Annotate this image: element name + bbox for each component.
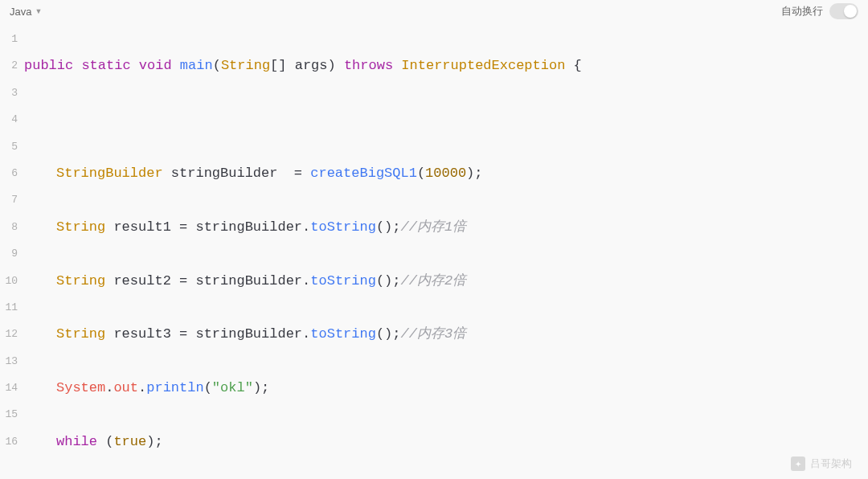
line-number: 4 — [0, 106, 18, 133]
line-number: 1 — [0, 26, 18, 52]
language-label: Java — [10, 6, 31, 18]
line-number: 16 — [0, 428, 18, 455]
line-number: 14 — [0, 375, 18, 401]
wrap-toggle[interactable] — [829, 3, 858, 19]
line-number: 15 — [0, 401, 18, 428]
code-line: StringBuilder stringBuilder = createBigS… — [24, 160, 868, 186]
wrap-label: 自动换行 — [781, 4, 823, 18]
watermark: ✦ 吕哥架构 — [791, 456, 852, 471]
code-line — [24, 106, 868, 133]
code-content[interactable]: public static void main(String[] args) t… — [24, 26, 868, 479]
line-number: 3 — [0, 80, 18, 106]
code-line: String result3 = stringBuilder.toString(… — [24, 321, 868, 347]
line-number: 11 — [0, 294, 18, 321]
line-number: 12 — [0, 321, 18, 347]
code-line: System.out.println("okl"); — [24, 375, 868, 401]
toolbar: Java ▼ 自动换行 — [0, 0, 868, 23]
code-line: String result1 = stringBuilder.toString(… — [24, 214, 868, 240]
code-line: public static void main(String[] args) t… — [24, 52, 868, 79]
wrap-toggle-group: 自动换行 — [781, 3, 858, 19]
code-line: String result2 = stringBuilder.toString(… — [24, 268, 868, 294]
line-number: 2 — [0, 52, 18, 79]
line-number: 5 — [0, 133, 18, 160]
wechat-icon: ✦ — [791, 456, 805, 471]
line-number: 9 — [0, 240, 18, 267]
line-number: 13 — [0, 348, 18, 375]
line-number: 8 — [0, 214, 18, 240]
line-number: 10 — [0, 268, 18, 294]
line-number: 6 — [0, 160, 18, 186]
code-editor[interactable]: 1 2 3 4 5 6 7 8 9 10 11 12 13 14 15 16 p… — [0, 23, 868, 479]
code-line: while (true); — [24, 428, 868, 455]
watermark-text: 吕哥架构 — [810, 456, 852, 471]
language-selector[interactable]: Java ▼ — [10, 6, 42, 18]
line-number: 7 — [0, 186, 18, 213]
toggle-knob — [844, 5, 857, 18]
line-gutter: 1 2 3 4 5 6 7 8 9 10 11 12 13 14 15 16 — [0, 26, 24, 479]
caret-down-icon: ▼ — [35, 7, 42, 15]
